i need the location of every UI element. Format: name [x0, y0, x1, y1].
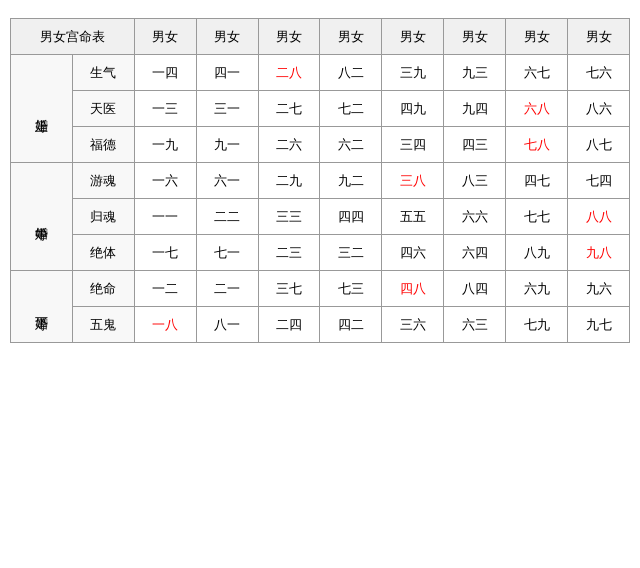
row-label-0-2: 福德: [72, 127, 134, 163]
cell-2-0-6: 六九: [506, 271, 568, 307]
cell-1-0-4: 三八: [382, 163, 444, 199]
table-row: 下等婚绝命一二二一三七七三四八八四六九九六: [11, 271, 630, 307]
cell-0-0-2: 二八: [258, 55, 320, 91]
col-header-3: 男女: [258, 19, 320, 55]
row-label-2-1: 五鬼: [72, 307, 134, 343]
cell-0-2-1: 九一: [196, 127, 258, 163]
cell-1-1-1: 二二: [196, 199, 258, 235]
row-label-0-0: 生气: [72, 55, 134, 91]
col-header-1: 男女: [134, 19, 196, 55]
cell-1-2-1: 七一: [196, 235, 258, 271]
cell-2-1-0: 一八: [134, 307, 196, 343]
table-row: 中等婚游魂一六六一二九九二三八八三四七七四: [11, 163, 630, 199]
cell-0-1-2: 二七: [258, 91, 320, 127]
cell-1-1-3: 四四: [320, 199, 382, 235]
cell-0-1-0: 一三: [134, 91, 196, 127]
cell-2-0-7: 九六: [568, 271, 630, 307]
cell-0-2-3: 六二: [320, 127, 382, 163]
cell-2-1-6: 七九: [506, 307, 568, 343]
cell-2-0-5: 八四: [444, 271, 506, 307]
cell-0-0-1: 四一: [196, 55, 258, 91]
cell-1-2-6: 八九: [506, 235, 568, 271]
group-label-0: 上等婚: [11, 55, 73, 163]
cell-1-1-7: 八八: [568, 199, 630, 235]
cell-0-1-6: 六八: [506, 91, 568, 127]
cell-2-0-0: 一二: [134, 271, 196, 307]
cell-1-0-0: 一六: [134, 163, 196, 199]
cell-1-1-6: 七七: [506, 199, 568, 235]
cell-2-1-7: 九七: [568, 307, 630, 343]
cell-0-2-2: 二六: [258, 127, 320, 163]
cell-0-0-4: 三九: [382, 55, 444, 91]
cell-1-0-1: 六一: [196, 163, 258, 199]
group-label-2: 下等婚: [11, 271, 73, 343]
cell-0-0-5: 九三: [444, 55, 506, 91]
cell-0-0-6: 六七: [506, 55, 568, 91]
cell-1-2-2: 二三: [258, 235, 320, 271]
cell-1-0-2: 二九: [258, 163, 320, 199]
col-header-2: 男女: [196, 19, 258, 55]
cell-0-2-0: 一九: [134, 127, 196, 163]
cell-1-1-2: 三三: [258, 199, 320, 235]
cell-1-0-5: 八三: [444, 163, 506, 199]
col-header-8: 男女: [568, 19, 630, 55]
cell-1-1-5: 六六: [444, 199, 506, 235]
cell-1-2-5: 六四: [444, 235, 506, 271]
cell-2-0-1: 二一: [196, 271, 258, 307]
col-header-5: 男女: [382, 19, 444, 55]
cell-0-2-5: 四三: [444, 127, 506, 163]
cell-1-2-3: 三二: [320, 235, 382, 271]
cell-0-1-5: 九四: [444, 91, 506, 127]
row-label-2-0: 绝命: [72, 271, 134, 307]
row-label-1-1: 归魂: [72, 199, 134, 235]
cell-0-1-7: 八六: [568, 91, 630, 127]
cell-0-0-0: 一四: [134, 55, 196, 91]
cell-2-1-3: 四二: [320, 307, 382, 343]
table-row: 天医一三三一二七七二四九九四六八八六: [11, 91, 630, 127]
cell-2-1-4: 三六: [382, 307, 444, 343]
table-row: 福德一九九一二六六二三四四三七八八七: [11, 127, 630, 163]
cell-2-1-2: 二四: [258, 307, 320, 343]
cell-2-0-2: 三七: [258, 271, 320, 307]
cell-0-2-7: 八七: [568, 127, 630, 163]
cell-1-2-4: 四六: [382, 235, 444, 271]
cell-0-2-6: 七八: [506, 127, 568, 163]
cell-1-0-7: 七四: [568, 163, 630, 199]
cell-0-1-1: 三一: [196, 91, 258, 127]
cell-1-2-0: 一七: [134, 235, 196, 271]
cell-2-1-1: 八一: [196, 307, 258, 343]
cell-1-1-4: 五五: [382, 199, 444, 235]
cell-0-2-4: 三四: [382, 127, 444, 163]
cell-1-0-3: 九二: [320, 163, 382, 199]
table-row: 归魂一一二二三三四四五五六六七七八八: [11, 199, 630, 235]
table-row: 上等婚生气一四四一二八八二三九九三六七七六: [11, 55, 630, 91]
col-header-6: 男女: [444, 19, 506, 55]
group-label-1: 中等婚: [11, 163, 73, 271]
cell-1-1-0: 一一: [134, 199, 196, 235]
row-label-1-2: 绝体: [72, 235, 134, 271]
cell-1-2-7: 九八: [568, 235, 630, 271]
table-row: 绝体一七七一二三三二四六六四八九九八: [11, 235, 630, 271]
cell-2-0-4: 四八: [382, 271, 444, 307]
col-header-4: 男女: [320, 19, 382, 55]
cell-2-0-3: 七三: [320, 271, 382, 307]
cell-0-1-3: 七二: [320, 91, 382, 127]
marriage-table: 男女宫命表男女男女男女男女男女男女男女男女 上等婚生气一四四一二八八二三九九三六…: [10, 18, 630, 343]
row-label-0-1: 天医: [72, 91, 134, 127]
table-row: 五鬼一八八一二四四二三六六三七九九七: [11, 307, 630, 343]
cell-0-0-3: 八二: [320, 55, 382, 91]
cell-2-1-5: 六三: [444, 307, 506, 343]
cell-0-1-4: 四九: [382, 91, 444, 127]
corner-header: 男女宫命表: [11, 19, 135, 55]
row-label-1-0: 游魂: [72, 163, 134, 199]
cell-1-0-6: 四七: [506, 163, 568, 199]
col-header-7: 男女: [506, 19, 568, 55]
cell-0-0-7: 七六: [568, 55, 630, 91]
